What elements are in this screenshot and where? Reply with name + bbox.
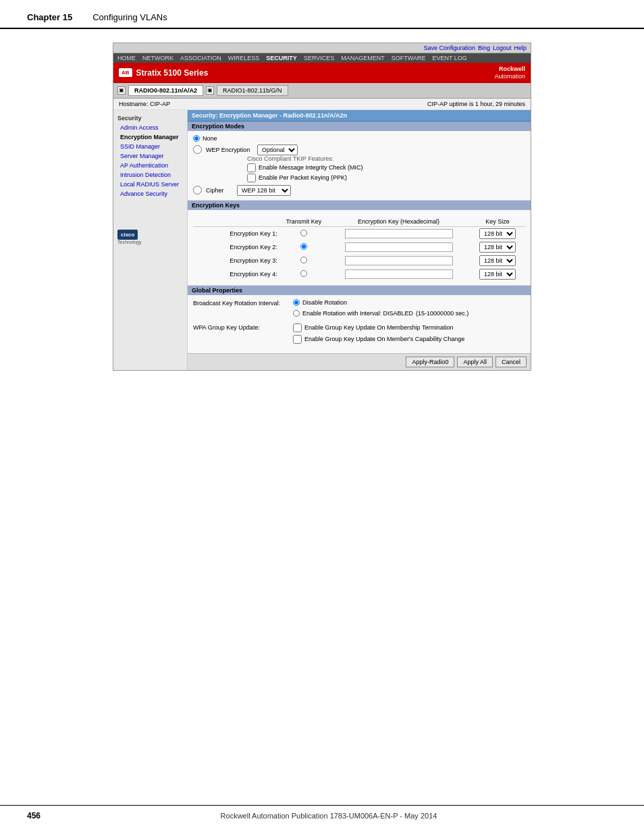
- sidebar-item-ap-authentication[interactable]: AP Authentication: [113, 161, 187, 170]
- key-value-1: [327, 226, 470, 240]
- transmit-radio-4[interactable]: [300, 270, 307, 277]
- key-size-select-2[interactable]: 128 bit: [479, 242, 516, 253]
- radio-tab-0[interactable]: RADIO0-802.11n/A/A2: [128, 85, 203, 96]
- ppk-label: Enable Per Packet Keying (PPK): [259, 174, 347, 181]
- bing-link[interactable]: Bing: [478, 45, 490, 51]
- enable-rotation-radio[interactable]: [293, 310, 300, 317]
- page-header: Chapter 15 Configuring VLANs: [0, 0, 644, 29]
- cipher-label: Cipher: [206, 187, 233, 194]
- hostname-bar: Hostname: CIP-AP CIP-AP uptime is 1 hour…: [113, 99, 531, 110]
- wpa-key-row: WPA Group Key Update: Enable Group Key U…: [193, 323, 525, 345]
- table-row: Encryption Key 2: 128 bit: [193, 240, 525, 254]
- nav-association[interactable]: ASSOCIATION: [180, 55, 221, 61]
- cancel-button[interactable]: Cancel: [495, 357, 527, 367]
- page-footer: 456 Rockwell Automation Publication 1783…: [0, 805, 644, 820]
- sidebar-item-encryption-manager[interactable]: Encryption Manager: [113, 132, 187, 142]
- wpa-capability-label: Enable Group Key Update On Member's Capa…: [304, 336, 464, 342]
- transmit-radio-3[interactable]: [300, 257, 307, 263]
- radio-none-input[interactable]: [193, 135, 200, 142]
- broadcast-key-options: Disable Rotation Enable Rotation with In…: [293, 299, 468, 319]
- encryption-modes-header: Encryption Modes: [188, 122, 531, 131]
- ppk-checkbox[interactable]: [247, 174, 256, 182]
- transmit-radio-1[interactable]: [300, 230, 307, 236]
- wpa-membership-label: Enable Group Key Update On Membership Te…: [304, 324, 453, 331]
- top-bar: Save Configuration Bing Logout Help: [113, 43, 531, 53]
- nav-wireless[interactable]: WIRELESS: [228, 55, 260, 61]
- sidebar-item-ssid-manager[interactable]: SSID Manager: [113, 142, 187, 151]
- col-transmit: Transmit Key: [280, 217, 327, 227]
- chapter-label: Chapter 15: [27, 12, 72, 22]
- global-properties-header: Global Properties: [188, 286, 531, 295]
- radio-tab-1[interactable]: RADIO1-802.11b/G/N: [217, 85, 288, 96]
- sidebar-item-intrusion-detection[interactable]: Intrusion Detection: [113, 170, 187, 180]
- nav-services[interactable]: SERVICES: [304, 55, 334, 61]
- key-size-cell-4: 128 bit: [470, 267, 525, 281]
- sidebar-section-security: Security: [113, 113, 187, 123]
- key-value-3: [327, 254, 470, 267]
- key-input-3[interactable]: [345, 256, 453, 265]
- col-enc-key: Encryption Key (Hexadecimal): [327, 217, 470, 227]
- apply-all-button[interactable]: Apply All: [457, 357, 493, 367]
- brand-header: AB Stratix 5100 Series Rockwell Automati…: [113, 63, 531, 83]
- logout-link[interactable]: Logout: [493, 45, 512, 51]
- broadcast-key-label: Broadcast Key Rotation Interval:: [193, 299, 288, 307]
- nav-software[interactable]: SOFTWARE: [392, 55, 426, 61]
- wpa-label: WPA Group Key Update:: [193, 323, 288, 331]
- key-size-select-4[interactable]: 128 bit: [479, 269, 516, 280]
- nav-security[interactable]: SECURITY: [266, 55, 297, 61]
- cipher-select[interactable]: WEP 128 bit: [237, 185, 291, 196]
- global-properties-content: Broadcast Key Rotation Interval: Disable…: [188, 295, 531, 353]
- wpa-membership-checkbox[interactable]: [293, 323, 302, 332]
- footer-center-text: Rockwell Automation Publication 1783-UM0…: [221, 812, 437, 820]
- sidebar-item-server-manager[interactable]: Server Manager: [113, 151, 187, 161]
- encryption-keys-table: Transmit Key Encryption Key (Hexadecimal…: [193, 217, 525, 281]
- ui-body: Security Admin Access Encryption Manager…: [113, 110, 531, 370]
- apply-radio-button[interactable]: Apply-Radio0: [406, 357, 454, 367]
- enable-rotation-option: Enable Rotation with Interval: DISABLED …: [293, 310, 468, 317]
- brand-right: Rockwell Automation: [494, 66, 525, 80]
- transmit-radio-2[interactable]: [300, 243, 307, 250]
- brand-left: AB Stratix 5100 Series: [119, 68, 208, 78]
- key-size-cell-1: 128 bit: [470, 226, 525, 240]
- key-input-2[interactable]: [345, 242, 453, 252]
- sidebar-item-advance-security[interactable]: Advance Security: [113, 189, 187, 199]
- key-size-select-1[interactable]: 128 bit: [479, 228, 516, 239]
- sidebar-item-local-radius[interactable]: Local RADIUS Server: [113, 180, 187, 189]
- nav-network[interactable]: NETWORK: [142, 55, 173, 61]
- nav-management[interactable]: MANAGEMENT: [341, 55, 385, 61]
- mic-label: Enable Message Integrity Check (MIC): [259, 164, 363, 171]
- cisco-logo-area: cisco Technology: [113, 226, 187, 249]
- wep-option-select[interactable]: Optional: [257, 145, 298, 155]
- page-number: 456: [27, 811, 41, 820]
- nav-eventlog[interactable]: EVENT LOG: [432, 55, 466, 61]
- sidebar-item-admin-access[interactable]: Admin Access: [113, 123, 187, 132]
- bottom-bar: Apply-Radio0 Apply All Cancel: [188, 353, 531, 370]
- nav-bar: HOME NETWORK ASSOCIATION WIRELESS SECURI…: [113, 53, 531, 63]
- ppk-checkbox-row: Enable Per Packet Keying (PPK): [247, 174, 525, 182]
- key-value-4: [327, 267, 470, 281]
- wpa-membership-row: Enable Group Key Update On Membership Te…: [293, 323, 464, 332]
- help-link[interactable]: Help: [514, 45, 527, 51]
- radio-wep-input[interactable]: [193, 145, 202, 154]
- key-input-4[interactable]: [345, 269, 453, 279]
- wep-row: WEP Encryption Optional: [193, 145, 525, 155]
- key-size-select-3[interactable]: 128 bit: [479, 255, 516, 266]
- cisco-logo: cisco: [117, 230, 138, 240]
- main-content: Save Configuration Bing Logout Help HOME…: [0, 29, 644, 384]
- save-config-link[interactable]: Save Configuration: [423, 45, 475, 51]
- mic-checkbox[interactable]: [247, 163, 256, 172]
- key-input-1[interactable]: [345, 229, 453, 238]
- key-label-4: Encryption Key 4:: [193, 267, 280, 281]
- nav-home[interactable]: HOME: [117, 55, 136, 61]
- disable-rotation-label: Disable Rotation: [302, 299, 347, 306]
- disable-rotation-radio[interactable]: [293, 299, 300, 306]
- radio-tab-icon2: ▣: [206, 86, 214, 95]
- wpa-capability-checkbox[interactable]: [293, 335, 302, 344]
- mic-checkbox-row: Enable Message Integrity Check (MIC): [247, 163, 525, 172]
- cisco-sub: Technology: [117, 240, 183, 244]
- radio-cipher-input[interactable]: [193, 186, 202, 194]
- sidebar: Security Admin Access Encryption Manager…: [113, 110, 188, 370]
- radio-tabs: ▣ RADIO0-802.11n/A/A2 ▣ RADIO1-802.11b/G…: [113, 83, 531, 99]
- table-row: Encryption Key 3: 128 bit: [193, 254, 525, 267]
- brand-company-line2: Automation: [494, 73, 525, 80]
